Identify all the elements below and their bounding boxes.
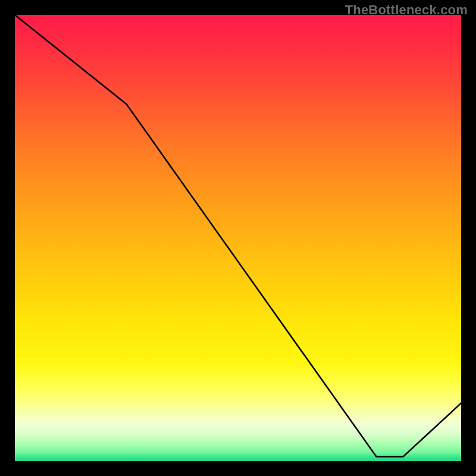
chart-root: TheBottleneck.com xyxy=(0,0,476,476)
watermark-text: TheBottleneck.com xyxy=(345,2,468,18)
plot-background xyxy=(15,15,461,461)
plot-frame xyxy=(15,15,461,461)
